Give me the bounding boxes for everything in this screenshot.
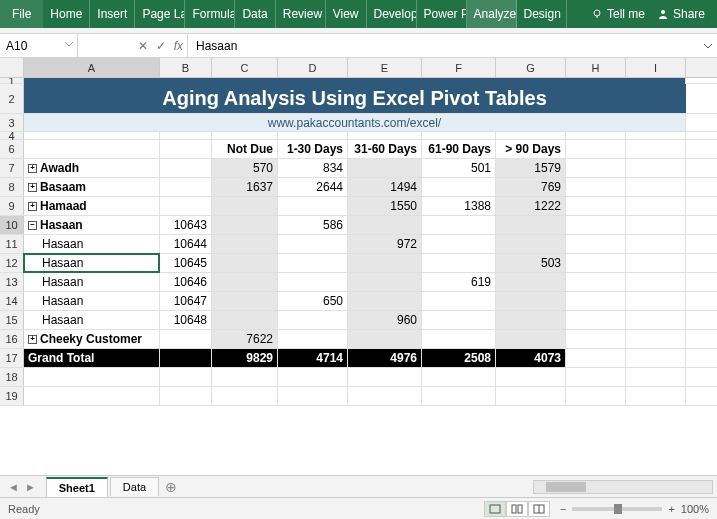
cell[interactable]: 834 [278, 159, 348, 177]
col-header-E[interactable]: E [348, 58, 422, 77]
view-page-break-icon[interactable] [528, 501, 550, 517]
col-header-C[interactable]: C [212, 58, 278, 77]
expand-icon[interactable]: + [28, 202, 37, 211]
tab-review[interactable]: Review [276, 0, 326, 28]
horizontal-scrollbar[interactable] [533, 480, 713, 494]
view-page-layout-icon[interactable] [506, 501, 528, 517]
col-header-D[interactable]: D [278, 58, 348, 77]
formula-expand-icon[interactable] [699, 34, 717, 57]
cell[interactable]: 2644 [278, 178, 348, 196]
cell[interactable]: 972 [348, 235, 422, 253]
cell[interactable]: 960 [348, 311, 422, 329]
row-header-16[interactable]: 16 [0, 330, 24, 348]
col-header-F[interactable]: F [422, 58, 496, 77]
row-header-17[interactable]: 17 [0, 349, 24, 367]
tab-insert[interactable]: Insert [90, 0, 135, 28]
cell[interactable]: 501 [422, 159, 496, 177]
row-header-8[interactable]: 8 [0, 178, 24, 196]
row-header-10[interactable]: 10 [0, 216, 24, 234]
chevron-down-icon[interactable] [64, 39, 74, 49]
cell[interactable]: 1494 [348, 178, 422, 196]
cell[interactable]: 1637 [212, 178, 278, 196]
row-header-19[interactable]: 19 [0, 387, 24, 405]
sheet-tab-data[interactable]: Data [110, 477, 159, 496]
zoom-slider[interactable] [572, 507, 662, 511]
share-button[interactable]: Share [657, 7, 705, 21]
tab-formulas[interactable]: Formulas [185, 0, 235, 28]
expand-icon[interactable]: + [28, 335, 37, 344]
cell[interactable]: 7622 [212, 330, 278, 348]
tab-view[interactable]: View [326, 0, 367, 28]
cell[interactable]: 10645 [160, 254, 212, 272]
cell[interactable]: 1550 [348, 197, 422, 215]
row-basaam[interactable]: +Basaam [24, 178, 160, 196]
row-hasaan-child[interactable]: Hasaan [24, 254, 160, 272]
zoom-in-icon[interactable]: + [668, 503, 674, 515]
cell[interactable]: 769 [496, 178, 566, 196]
row-awadh[interactable]: +Awadh [24, 159, 160, 177]
cell[interactable]: 1388 [422, 197, 496, 215]
expand-icon[interactable]: + [28, 183, 37, 192]
enter-formula-icon[interactable]: ✓ [156, 39, 166, 53]
row-hasaan-child[interactable]: Hasaan [24, 273, 160, 291]
col-header-H[interactable]: H [566, 58, 626, 77]
row-header-18[interactable]: 18 [0, 368, 24, 386]
tab-home[interactable]: Home [43, 0, 90, 28]
row-hasaan-child[interactable]: Hasaan [24, 235, 160, 253]
sheet-nav-next-icon[interactable]: ► [25, 481, 36, 493]
row-hamaad[interactable]: +Hamaad [24, 197, 160, 215]
row-header-15[interactable]: 15 [0, 311, 24, 329]
row-header-6[interactable]: 6 [0, 140, 24, 158]
zoom-level[interactable]: 100% [681, 503, 709, 515]
row-hasaan[interactable]: −Hasaan [24, 216, 160, 234]
row-hasaan-child[interactable]: Hasaan [24, 292, 160, 310]
row-cheeky[interactable]: +Cheeky Customer [24, 330, 160, 348]
row-header-2[interactable]: 2 [0, 84, 24, 113]
cancel-formula-icon[interactable]: ✕ [138, 39, 148, 53]
cell[interactable]: 586 [278, 216, 348, 234]
row-header-9[interactable]: 9 [0, 197, 24, 215]
row-header-14[interactable]: 14 [0, 292, 24, 310]
row-header-4[interactable]: 4 [0, 132, 24, 139]
col-header-I[interactable]: I [626, 58, 686, 77]
col-header-A[interactable]: A [24, 58, 160, 77]
cell[interactable]: 1579 [496, 159, 566, 177]
cell[interactable]: 10648 [160, 311, 212, 329]
cell[interactable]: 570 [212, 159, 278, 177]
row-header-11[interactable]: 11 [0, 235, 24, 253]
tab-data[interactable]: Data [235, 0, 275, 28]
row-header-13[interactable]: 13 [0, 273, 24, 291]
cell[interactable]: 503 [496, 254, 566, 272]
select-all-corner[interactable] [0, 58, 24, 77]
col-header-B[interactable]: B [160, 58, 212, 77]
formula-bar[interactable]: Hasaan [188, 34, 699, 57]
view-normal-icon[interactable] [484, 501, 506, 517]
tab-analyze[interactable]: Analyze [467, 0, 517, 28]
tab-page-layout[interactable]: Page Layout [135, 0, 185, 28]
row-header-3[interactable]: 3 [0, 114, 24, 131]
name-box[interactable]: A10 [0, 34, 78, 57]
col-header-G[interactable]: G [496, 58, 566, 77]
tab-file[interactable]: File [0, 0, 43, 28]
row-header-1[interactable]: 1 [0, 78, 24, 83]
cell[interactable]: 10647 [160, 292, 212, 310]
expand-icon[interactable]: + [28, 164, 37, 173]
add-sheet-icon[interactable]: ⊕ [159, 479, 183, 495]
cell[interactable]: 10646 [160, 273, 212, 291]
cell[interactable]: 619 [422, 273, 496, 291]
sheet-nav-prev-icon[interactable]: ◄ [8, 481, 19, 493]
collapse-icon[interactable]: − [28, 221, 37, 230]
row-hasaan-child[interactable]: Hasaan [24, 311, 160, 329]
cell[interactable]: 1222 [496, 197, 566, 215]
cell[interactable]: 10644 [160, 235, 212, 253]
row-header-7[interactable]: 7 [0, 159, 24, 177]
cell[interactable]: 650 [278, 292, 348, 310]
row-header-12[interactable]: 12 [0, 254, 24, 272]
tab-design[interactable]: Design [517, 0, 567, 28]
tab-developer[interactable]: Developer [367, 0, 417, 28]
zoom-out-icon[interactable]: − [560, 503, 566, 515]
tab-power-pivot[interactable]: Power Pivot [417, 0, 467, 28]
sheet-tab-sheet1[interactable]: Sheet1 [46, 477, 108, 497]
cell[interactable]: 10643 [160, 216, 212, 234]
grid-body[interactable]: 1 2 Aging Analysis Using Excel Pivot Tab… [0, 78, 717, 475]
